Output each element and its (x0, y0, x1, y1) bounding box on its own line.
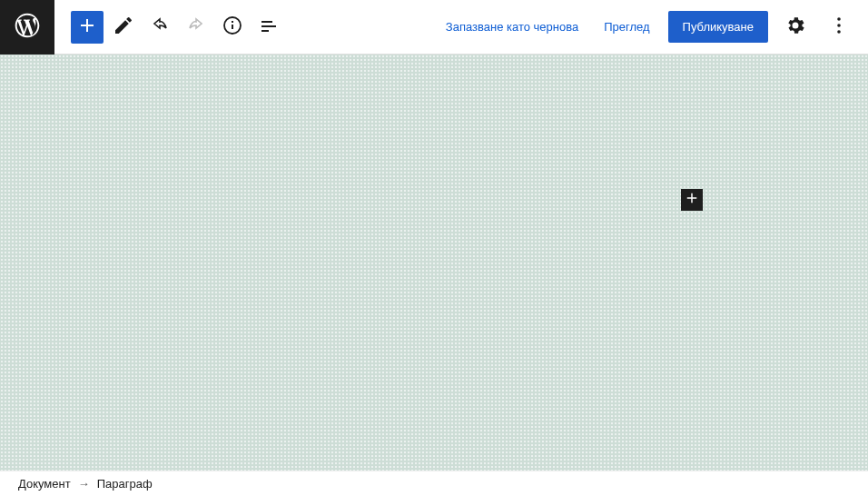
editor-background[interactable] (0, 55, 868, 471)
breadcrumb: Документ → Параграф (0, 471, 868, 496)
info-icon (222, 15, 243, 39)
outline-button[interactable] (252, 11, 285, 44)
toolbar-left (54, 11, 285, 44)
gear-icon (784, 15, 806, 39)
toolbar-right: Запазване като чернова Преглед Публикува… (439, 11, 868, 44)
breadcrumb-current[interactable]: Параграф (97, 477, 153, 491)
publish-button[interactable]: Публикуване (668, 11, 768, 43)
svg-rect-2 (232, 21, 233, 23)
svg-point-3 (837, 17, 841, 21)
kebab-icon (828, 15, 850, 39)
svg-rect-1 (232, 25, 233, 29)
breadcrumb-root[interactable]: Документ (18, 477, 71, 491)
chevron-right-icon: → (78, 477, 90, 491)
plus-icon (684, 190, 700, 210)
redo-button[interactable] (180, 11, 212, 44)
pencil-icon (113, 15, 134, 39)
list-view-icon (258, 15, 280, 39)
plus-icon (76, 15, 98, 39)
wordpress-logo[interactable] (0, 0, 54, 55)
add-block-button[interactable] (71, 11, 104, 44)
more-options-button[interactable] (823, 11, 855, 44)
preview-button[interactable]: Преглед (597, 15, 656, 39)
top-toolbar: Запазване като чернова Преглед Публикува… (0, 0, 868, 55)
undo-button[interactable] (143, 11, 176, 44)
wordpress-icon (13, 11, 42, 44)
save-draft-button[interactable]: Запазване като чернова (439, 15, 586, 39)
redo-icon (185, 15, 207, 39)
editor-canvas-wrapper (0, 55, 868, 471)
details-button[interactable] (216, 11, 249, 44)
edit-mode-button[interactable] (107, 11, 140, 44)
svg-point-4 (837, 24, 841, 27)
svg-point-5 (837, 30, 841, 34)
undo-icon (149, 15, 171, 39)
inline-add-block-button[interactable] (681, 189, 703, 211)
settings-button[interactable] (779, 11, 812, 44)
